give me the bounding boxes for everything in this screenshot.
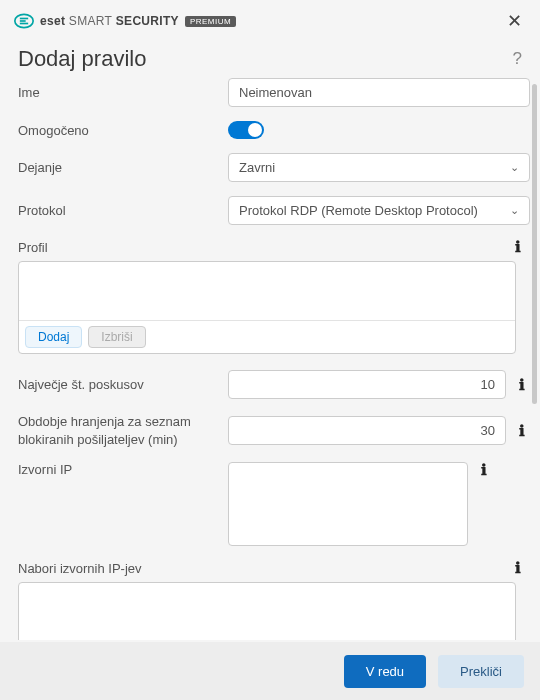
premium-badge: PREMIUM xyxy=(185,16,236,27)
action-select[interactable]: Zavrni ⌄ xyxy=(228,153,530,182)
chevron-down-icon: ⌄ xyxy=(510,204,519,217)
info-icon[interactable] xyxy=(514,377,530,393)
max-attempts-input[interactable] xyxy=(228,370,506,399)
row-source-ip: Izvorni IP xyxy=(18,462,530,546)
row-action: Dejanje Zavrni ⌄ xyxy=(18,153,530,182)
retention-input[interactable] xyxy=(228,416,506,445)
row-ipsets-header: Nabori izvornih IP-jev xyxy=(18,560,530,576)
label-retention: Obdobje hranjenja za seznam blokiranih p… xyxy=(18,413,218,448)
row-enabled: Omogočeno xyxy=(18,121,530,139)
chevron-down-icon: ⌄ xyxy=(510,161,519,174)
svg-rect-2 xyxy=(20,20,26,22)
brand-text: eset SMART SECURITY xyxy=(40,14,179,28)
profile-list-body[interactable] xyxy=(19,262,515,320)
footer: V redu Prekliči xyxy=(0,642,540,700)
row-protocol: Protokol Protokol RDP (Remote Desktop Pr… xyxy=(18,196,530,225)
profile-listbox: Dodaj Izbriši xyxy=(18,261,516,354)
label-action: Dejanje xyxy=(18,160,218,175)
row-name: Ime xyxy=(18,78,530,107)
close-icon[interactable]: ✕ xyxy=(503,10,526,32)
info-icon[interactable] xyxy=(476,462,492,478)
profile-list-footer: Dodaj Izbriši xyxy=(19,320,515,353)
label-max-attempts: Največje št. poskusov xyxy=(18,377,218,392)
enabled-toggle[interactable] xyxy=(228,121,264,139)
name-input[interactable] xyxy=(228,78,530,107)
scrollbar[interactable] xyxy=(532,84,537,404)
ipsets-list-body[interactable] xyxy=(19,583,515,640)
brand: eset SMART SECURITY PREMIUM xyxy=(14,11,236,31)
profile-add-button[interactable]: Dodaj xyxy=(25,326,82,348)
label-source-ip: Izvorni IP xyxy=(18,462,218,477)
action-value: Zavrni xyxy=(239,160,275,175)
row-max-attempts: Največje št. poskusov xyxy=(18,370,530,399)
page-title: Dodaj pravilo xyxy=(18,46,146,72)
label-enabled: Omogočeno xyxy=(18,123,218,138)
row-retention: Obdobje hranjenja za seznam blokiranih p… xyxy=(18,413,530,448)
cancel-button[interactable]: Prekliči xyxy=(438,655,524,688)
ok-button[interactable]: V redu xyxy=(344,655,426,688)
info-icon[interactable] xyxy=(514,423,530,439)
content-area: Ime Omogočeno Dejanje Zavrni ⌄ Protokol … xyxy=(0,78,540,640)
ipsets-listbox: Dodaj Izbriši xyxy=(18,582,516,640)
source-ip-input[interactable] xyxy=(228,462,468,546)
row-profile-header: Profil xyxy=(18,239,530,255)
protocol-select[interactable]: Protokol RDP (Remote Desktop Protocol) ⌄ xyxy=(228,196,530,225)
help-icon[interactable]: ? xyxy=(513,49,522,69)
info-icon[interactable] xyxy=(510,239,526,255)
protocol-value: Protokol RDP (Remote Desktop Protocol) xyxy=(239,203,478,218)
svg-rect-3 xyxy=(20,23,28,25)
header: eset SMART SECURITY PREMIUM ✕ xyxy=(0,0,540,38)
svg-rect-1 xyxy=(20,18,28,20)
eset-logo-icon xyxy=(14,11,34,31)
label-protocol: Protokol xyxy=(18,203,218,218)
info-icon[interactable] xyxy=(510,560,526,576)
label-profile: Profil xyxy=(18,240,218,255)
label-name: Ime xyxy=(18,85,218,100)
profile-delete-button: Izbriši xyxy=(88,326,145,348)
label-ipsets: Nabori izvornih IP-jev xyxy=(18,561,218,576)
